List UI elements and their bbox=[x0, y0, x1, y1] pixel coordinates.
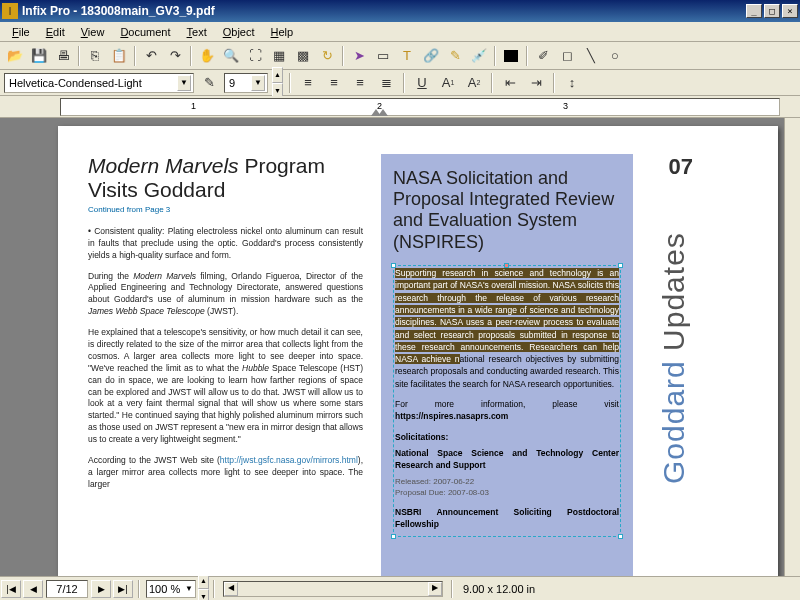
indent-right-icon[interactable]: ⇥ bbox=[525, 72, 547, 94]
grid-icon[interactable]: ▩ bbox=[292, 45, 314, 67]
solicitation-title: NSBRI Announcement Soliciting Postdoctor… bbox=[395, 506, 619, 531]
close-button[interactable]: × bbox=[782, 4, 798, 18]
print-icon[interactable]: 🖶 bbox=[52, 45, 74, 67]
due-date: Proposal Due: 2007-08-03 bbox=[395, 487, 619, 498]
main-toolbar: 📂 💾 🖶 ⎘ 📋 ↶ ↷ ✋ 🔍 ⛶ ▦ ▩ ↻ ➤ ▭ T 🔗 ✎ 💉 ✐ … bbox=[0, 42, 800, 70]
sidebar-para: Supporting research in science and techn… bbox=[395, 267, 619, 390]
font-size-value: 9 bbox=[227, 77, 251, 89]
document-canvas[interactable]: Modern Marvels Program Visits Goddard Co… bbox=[0, 118, 800, 576]
horizontal-ruler: 1 2 3 bbox=[0, 96, 800, 118]
align-center-icon[interactable]: ≡ bbox=[323, 72, 345, 94]
menu-document[interactable]: Document bbox=[112, 24, 178, 40]
next-page-button[interactable]: ▶ bbox=[91, 580, 111, 598]
crop-icon[interactable]: ⛶ bbox=[244, 45, 266, 67]
zoom-field[interactable]: 100 %▼ bbox=[146, 580, 196, 598]
pen-icon[interactable]: ✐ bbox=[532, 45, 554, 67]
chevron-down-icon[interactable]: ▼ bbox=[251, 75, 265, 91]
align-left-icon[interactable]: ≡ bbox=[297, 72, 319, 94]
selected-text-frame[interactable]: Supporting research in science and techn… bbox=[393, 265, 621, 537]
pointer-icon[interactable]: ➤ bbox=[348, 45, 370, 67]
menu-file[interactable]: File bbox=[4, 24, 38, 40]
released-date: Released: 2007-06-22 bbox=[395, 476, 619, 487]
paste-icon[interactable]: 📋 bbox=[108, 45, 130, 67]
status-bar: |◀ ◀ 7/12 ▶ ▶| 100 %▼ ▲ ▼ ◀ ▶ 9.00 x 12.… bbox=[0, 576, 800, 600]
menu-edit[interactable]: Edit bbox=[38, 24, 73, 40]
goddard-updates-label: Goddard Updates bbox=[657, 232, 691, 484]
open-icon[interactable]: 📂 bbox=[4, 45, 26, 67]
size-up-icon[interactable]: ▲ bbox=[272, 67, 283, 83]
solicitations-label: Solicitations: bbox=[395, 431, 619, 443]
prev-page-button[interactable]: ◀ bbox=[23, 580, 43, 598]
menu-bar: File Edit View Document Text Object Help bbox=[0, 22, 800, 42]
page-dimensions: 9.00 x 12.00 in bbox=[457, 583, 800, 595]
year-label: 07 bbox=[651, 154, 693, 180]
indent-left-icon[interactable]: ⇤ bbox=[499, 72, 521, 94]
chevron-down-icon[interactable]: ▼ bbox=[177, 75, 191, 91]
font-family-combo[interactable]: Helvetica-Condensed-Light ▼ bbox=[4, 73, 194, 93]
maximize-button[interactable]: □ bbox=[764, 4, 780, 18]
article-para: He explained that a telescope's sensitiv… bbox=[88, 327, 363, 446]
menu-view[interactable]: View bbox=[73, 24, 113, 40]
underline-icon[interactable]: U bbox=[411, 72, 433, 94]
superscript-icon[interactable]: A1 bbox=[437, 72, 459, 94]
highlight-icon[interactable]: ✎ bbox=[444, 45, 466, 67]
font-toolbar: Helvetica-Condensed-Light ▼ ✎ 9 ▼ ▲ ▼ ≡ … bbox=[0, 70, 800, 96]
page: Modern Marvels Program Visits Goddard Co… bbox=[58, 126, 778, 576]
article-column: Modern Marvels Program Visits Goddard Co… bbox=[88, 154, 363, 576]
link-icon[interactable]: 🔗 bbox=[420, 45, 442, 67]
eyedrop-icon[interactable]: 💉 bbox=[468, 45, 490, 67]
text-icon[interactable]: T bbox=[396, 45, 418, 67]
solicitation-title: National Space Science and Technology Ce… bbox=[395, 447, 619, 472]
shape-icon[interactable]: ◻ bbox=[556, 45, 578, 67]
horizontal-scrollbar[interactable]: ◀ ▶ bbox=[223, 581, 443, 597]
continued-from: Continued from Page 3 bbox=[88, 204, 363, 216]
font-size-combo[interactable]: 9 ▼ bbox=[224, 73, 268, 93]
right-column: 07 Goddard Updates bbox=[651, 154, 693, 576]
article-headline: Modern Marvels Program Visits Goddard bbox=[88, 154, 363, 202]
sidebar-box: NASA Solicitation and Proposal Integrate… bbox=[381, 154, 633, 576]
ellipse-icon[interactable]: ○ bbox=[604, 45, 626, 67]
page-field[interactable]: 7/12 bbox=[46, 580, 88, 598]
jwst-link[interactable]: http://jwst.gsfc.nasa.gov/mirrors.html bbox=[220, 455, 358, 465]
undo-icon[interactable]: ↶ bbox=[140, 45, 162, 67]
first-page-button[interactable]: |◀ bbox=[1, 580, 21, 598]
zoom-icon[interactable]: 🔍 bbox=[220, 45, 242, 67]
menu-text[interactable]: Text bbox=[179, 24, 215, 40]
hand-icon[interactable]: ✋ bbox=[196, 45, 218, 67]
sidebar-heading: NASA Solicitation and Proposal Integrate… bbox=[393, 168, 621, 253]
ruler-tick: 1 bbox=[191, 101, 196, 111]
save-icon[interactable]: 💾 bbox=[28, 45, 50, 67]
article-para: According to the JWST Web site (http://j… bbox=[88, 455, 363, 491]
zoom-down-icon[interactable]: ▼ bbox=[198, 589, 209, 601]
align-right-icon[interactable]: ≡ bbox=[349, 72, 371, 94]
window-title: Infix Pro - 183008main_GV3_9.pdf bbox=[22, 4, 746, 18]
line-icon[interactable]: ╲ bbox=[580, 45, 602, 67]
rotate-icon[interactable]: ↻ bbox=[316, 45, 338, 67]
menu-object[interactable]: Object bbox=[215, 24, 263, 40]
ruler-tick: 3 bbox=[563, 101, 568, 111]
font-style-icon[interactable]: ✎ bbox=[198, 72, 220, 94]
select-icon[interactable]: ▭ bbox=[372, 45, 394, 67]
title-bar: I Infix Pro - 183008main_GV3_9.pdf _ □ × bbox=[0, 0, 800, 22]
sidebar-more-info: For more information, please visit https… bbox=[395, 398, 619, 423]
align-justify-icon[interactable]: ≣ bbox=[375, 72, 397, 94]
font-family-value: Helvetica-Condensed-Light bbox=[7, 77, 177, 89]
minimize-button[interactable]: _ bbox=[746, 4, 762, 18]
app-icon: I bbox=[2, 3, 18, 19]
spacing-icon[interactable]: ↕ bbox=[561, 72, 583, 94]
fill-icon[interactable] bbox=[500, 45, 522, 67]
subscript-icon[interactable]: A2 bbox=[463, 72, 485, 94]
guides-icon[interactable]: ▦ bbox=[268, 45, 290, 67]
vertical-scrollbar[interactable] bbox=[784, 118, 800, 576]
article-para: During the Modern Marvels filming, Orlan… bbox=[88, 271, 363, 319]
menu-help[interactable]: Help bbox=[263, 24, 302, 40]
redo-icon[interactable]: ↷ bbox=[164, 45, 186, 67]
article-para: • Consistent quality: Plating electroles… bbox=[88, 226, 363, 262]
copy-icon[interactable]: ⎘ bbox=[84, 45, 106, 67]
last-page-button[interactable]: ▶| bbox=[113, 580, 133, 598]
